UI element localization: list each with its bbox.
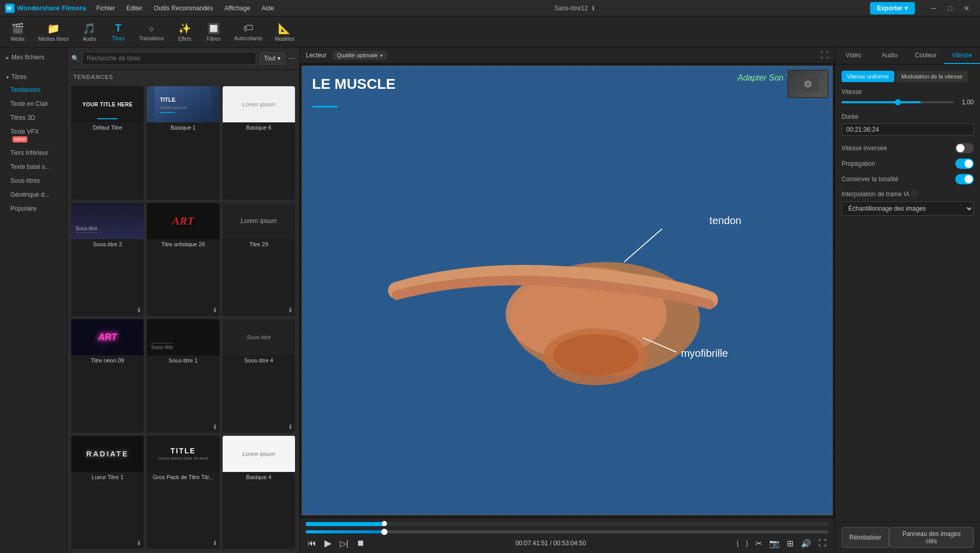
preview-header-left: Lecteur Qualité optimale ▾ — [306, 51, 387, 60]
player-buttons: ⏮ ▶ ▷| ⏹ — [306, 536, 367, 550]
vitesse-inversee-label: Vitesse inversée — [842, 145, 887, 152]
tool-mediasLibres[interactable]: 📁 Médias libres — [33, 20, 74, 44]
title-card-grosPack[interactable]: TITLE Lorem ipsum dolor sit amet ⬇ Gros … — [147, 436, 219, 549]
stop-button[interactable]: ⏹ — [354, 538, 367, 549]
current-time: 00:07:41:51 — [516, 540, 548, 547]
menu-outils[interactable]: Outils Recommandés — [149, 3, 219, 14]
tool-effets[interactable]: ✨ Effets — [171, 20, 198, 44]
mes-fichiers-header[interactable]: ▸ Mes fichiers — [0, 52, 67, 63]
close-button[interactable]: ✕ — [958, 1, 975, 15]
title-card-defaut[interactable]: YOUR TITLE HERE Défaut Titre — [71, 86, 144, 200]
title-card-lueur1[interactable]: RADIATE ⬇ Lueur Titre 1 — [71, 436, 144, 549]
pip-button[interactable]: ⊞ — [785, 538, 796, 549]
timeline-strip — [306, 522, 829, 526]
filter-dropdown[interactable]: Tout ▾ — [259, 52, 285, 65]
interpolation-select[interactable]: Échantillonnage des images — [842, 201, 974, 216]
sidebar-item-soustitres[interactable]: Sous-titres — [2, 174, 65, 187]
tab-audio[interactable]: Audio — [872, 48, 908, 64]
title-card-art26[interactable]: ART ⬇ Titre artistique 26 — [147, 203, 219, 317]
tool-audio[interactable]: 🎵 Audio — [76, 20, 103, 44]
title-card-basique1[interactable]: TITLE Subtitle text here Basique 1 — [147, 86, 219, 200]
export-button[interactable]: Exporter ▾ — [870, 2, 915, 14]
progress-handle[interactable] — [381, 529, 387, 535]
duration-input[interactable] — [842, 123, 974, 136]
tool-transitions[interactable]: ⬦ Transitions — [134, 20, 169, 43]
sidebar-item-textevfx[interactable]: Texte VFX NEW — [2, 125, 65, 146]
play-button[interactable]: ▶ — [322, 536, 334, 550]
sidebar-item-texteenclair[interactable]: Texte en Clair — [2, 97, 65, 110]
search-icon: 🔍 — [71, 55, 79, 62]
title-card-img-grosPack: TITLE Lorem ipsum dolor sit amet — [147, 436, 219, 472]
modeles-label: Modèles — [275, 36, 294, 42]
tab-vitesse[interactable]: Vitesse — [944, 48, 980, 64]
download-icon-grosPack: ⬇ — [212, 540, 217, 547]
subtab-modulation-vitesse[interactable]: Modulation de la vitesse — [896, 71, 968, 82]
out-point-button[interactable]: } — [744, 539, 750, 548]
minimize-button[interactable]: ─ — [925, 1, 942, 15]
clip-split-button[interactable]: ✂ — [753, 538, 764, 549]
sidebar-item-tiersinferieur[interactable]: Tiers Inférieur — [2, 146, 65, 160]
tool-titres[interactable]: T Titres — [105, 20, 132, 43]
fullscreen-button[interactable]: ⛶ — [816, 538, 829, 549]
volume-button[interactable]: 🔊 — [799, 538, 813, 549]
video-frame: tendon myofibrille Adapter Son Yoga.com … — [302, 66, 833, 515]
in-point-button[interactable]: { — [735, 539, 741, 548]
subtab-vitesse-uniforme[interactable]: Vitesse uniforme — [842, 71, 894, 82]
reset-button[interactable]: Réinitialiser — [842, 527, 889, 548]
menu-affichage[interactable]: Affichage — [220, 3, 256, 14]
lecteur-label: Lecteur — [306, 52, 326, 59]
forward-frame-button[interactable]: ▷| — [338, 538, 350, 549]
total-time: 00:53:04:50 — [553, 540, 586, 547]
svg-text:Subtitle text here: Subtitle text here — [160, 106, 187, 109]
vitesse-inversee-row: Vitesse inversée — [842, 143, 974, 153]
speed-slider[interactable] — [842, 101, 954, 103]
sidebar-item-populaire[interactable]: Populaire — [2, 202, 65, 215]
title-card-sous1[interactable]: Sous-titre ⬇ Sous-titre 1 — [147, 319, 219, 433]
menu-editer[interactable]: Editer — [121, 3, 147, 14]
sidebar-item-generiqued[interactable]: Générique d... — [2, 188, 65, 201]
neon09-preview-text: ART — [98, 332, 117, 343]
menu-fichier[interactable]: Fichier — [91, 3, 120, 14]
keyframe-panel-button[interactable]: Panneau des images clés — [889, 527, 974, 548]
title-card-neon09[interactable]: ART Titre néon 09 — [71, 319, 144, 433]
grosPack-sub-text: Lorem ipsum dolor sit amet — [158, 456, 208, 461]
conserver-tonalite-label: Conserver la tonalité — [842, 176, 898, 183]
download-icon-titre29: ⬇ — [288, 307, 293, 314]
tab-video[interactable]: Vidéo — [835, 48, 872, 64]
vitesse-inversee-toggle[interactable] — [955, 143, 974, 153]
mes-fichiers-section: ▸ Mes fichiers — [0, 48, 67, 67]
menu-aide[interactable]: Aide — [256, 3, 279, 14]
tool-autocollants[interactable]: 🏷 Autocollants — [229, 20, 267, 43]
title-card-titre29[interactable]: Lorem Ipsum ⬇ Titre 29 — [223, 203, 295, 317]
conserver-tonalite-toggle[interactable] — [955, 174, 974, 184]
rewind-button[interactable]: ⏮ — [306, 538, 318, 549]
fullscreen-icon[interactable]: ⛶ — [820, 51, 829, 60]
mes-fichiers-label: Mes fichiers — [11, 54, 44, 61]
tool-filtres[interactable]: 🔲 Filtres — [200, 20, 227, 44]
sidebar-item-titres3d[interactable]: Titres 3D — [2, 111, 65, 124]
title-card-basique4[interactable]: Lorem ipsum Basique 4 — [223, 436, 295, 549]
tab-couleur[interactable]: Couleur — [908, 48, 944, 64]
tool-modeles[interactable]: 📐 Modèles — [270, 20, 300, 44]
maximize-button[interactable]: □ — [942, 1, 958, 15]
title-card-basique6[interactable]: Lorem ipsum Basique 6 — [223, 86, 295, 200]
progress-bar[interactable] — [306, 530, 829, 533]
search-input[interactable] — [82, 52, 256, 65]
tool-media[interactable]: 🎬 Média — [4, 20, 31, 44]
titres-section-header[interactable]: ▾ Titres — [0, 71, 67, 83]
app-logo: W Wondershare Filmora — [5, 4, 86, 13]
player-controls: ⏮ ▶ ▷| ⏹ 00:07:41:51 / 00:53:04:50 { } ✂… — [306, 536, 829, 550]
svg-text:W: W — [7, 6, 12, 11]
more-options-icon[interactable]: ··· — [288, 54, 295, 63]
preview-title-text: LE MUSCLE — [312, 76, 396, 92]
title-card-sous4[interactable]: Sous-titre ⬇ Sous-titre 4 — [223, 319, 295, 433]
title-card-label-basique1: Basique 1 — [147, 122, 219, 133]
sidebar-item-tendances[interactable]: Tendances — [2, 83, 65, 97]
title-card-sous2[interactable]: Sous-titre ⬇ Sous-titre 2 — [71, 203, 144, 317]
export-chevron-icon: ▾ — [905, 5, 908, 12]
sidebar-item-textebases[interactable]: Texte basé s... — [2, 160, 65, 173]
propagation-toggle[interactable] — [955, 159, 974, 169]
snapshot-button[interactable]: 📷 — [767, 538, 782, 549]
player-right-controls: { } ✂ 📷 ⊞ 🔊 ⛶ — [735, 538, 829, 549]
quality-dropdown[interactable]: Qualité optimale ▾ — [333, 51, 387, 60]
